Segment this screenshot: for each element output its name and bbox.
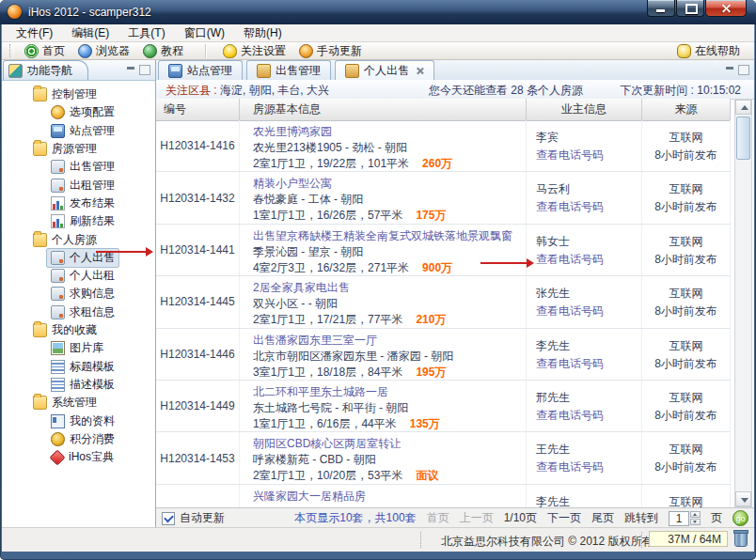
listing-address: 季景沁园 - 望京 - 朝阳 bbox=[253, 244, 526, 260]
table-row[interactable]: H120314-1449北二环和平里东土城路一居东土城路七号院 - 和平街 - … bbox=[156, 381, 731, 432]
sidebar-item[interactable]: 积分消费 bbox=[2, 430, 155, 448]
sidebar-item[interactable]: 出租管理 bbox=[2, 176, 155, 194]
scroll-up-button[interactable] bbox=[735, 100, 751, 115]
sidebar-item-inner: 标题模板 bbox=[46, 357, 119, 377]
spinner-down-button[interactable] bbox=[690, 519, 701, 525]
menu-tools[interactable]: 工具(T) bbox=[119, 25, 173, 41]
view-phone-link[interactable]: 查看电话号码 bbox=[536, 355, 641, 373]
source-name: 互联网 bbox=[642, 389, 730, 407]
listing-title-link[interactable]: 出售潘家园东里三室一厅 bbox=[253, 333, 526, 349]
menu-edit[interactable]: 编辑(E) bbox=[63, 25, 118, 41]
owner-name: 邢先生 bbox=[536, 389, 641, 407]
listing-title-link[interactable]: 农光里博鸿家园 bbox=[253, 124, 526, 140]
browser-icon bbox=[78, 44, 92, 58]
column-info[interactable]: 房源基本信息 bbox=[240, 99, 527, 120]
online-help-button[interactable]: 在线帮助 bbox=[670, 42, 747, 59]
sidebar-item[interactable]: 房源管理 bbox=[2, 140, 155, 158]
sidebar-item[interactable]: 选项配置 bbox=[2, 103, 155, 121]
table-row[interactable]: H120314-1441出售望京稀缺楼王精装全南复式双城铁落地景观飘窗季景沁园 … bbox=[156, 225, 731, 276]
sidebar-item[interactable]: 站点管理 bbox=[2, 122, 155, 140]
listing-title-link[interactable]: 精装小户型公寓 bbox=[253, 176, 526, 192]
manual-update-button[interactable]: 手动更新 bbox=[292, 42, 369, 59]
table-row[interactable]: H120314-1453朝阳区CBD核心区两居室转让呼家楼新苑 - CBD - … bbox=[156, 432, 731, 484]
panel-minimize-button[interactable] bbox=[126, 65, 135, 73]
vertical-scrollbar[interactable] bbox=[734, 99, 752, 507]
tab-close-icon[interactable] bbox=[416, 67, 424, 75]
home-button[interactable]: 首页 bbox=[18, 42, 71, 59]
view-phone-link[interactable]: 查看电话号码 bbox=[536, 251, 641, 269]
sidebar-item[interactable]: 系统管理 bbox=[2, 394, 155, 412]
jump-page-input[interactable]: 1 bbox=[669, 511, 689, 526]
sidebar-item[interactable]: 个人房源 bbox=[2, 230, 155, 248]
sidebar-item[interactable]: 控制管理 bbox=[2, 86, 155, 103]
table-row[interactable]: H120314-1446出售潘家园东里三室一厅北京市朝阳区潘家园东里 - 潘家园… bbox=[156, 329, 731, 381]
view-phone-link[interactable]: 查看电话号码 bbox=[536, 198, 641, 216]
sidebar-item-inner: 积分消费 bbox=[46, 429, 119, 449]
close-button[interactable] bbox=[705, 0, 747, 17]
column-source[interactable]: 来源 bbox=[642, 99, 731, 120]
panel-maximize-button[interactable] bbox=[139, 65, 150, 75]
sidebar-item[interactable]: 求租信息 bbox=[2, 303, 155, 321]
panel-minimize-button[interactable] bbox=[725, 65, 734, 73]
auto-update-checkbox[interactable] bbox=[162, 512, 175, 525]
prev-page-link[interactable]: 上一页 bbox=[460, 510, 494, 526]
column-id[interactable]: 编号 bbox=[156, 99, 240, 120]
sidebar-item[interactable]: 发布结果 bbox=[2, 194, 155, 212]
menu-file[interactable]: 文件(F) bbox=[8, 25, 61, 41]
owner-cell: 韩女士查看电话号码 bbox=[527, 225, 642, 275]
maximize-button[interactable] bbox=[676, 0, 704, 17]
spinner-up-button[interactable] bbox=[690, 511, 701, 518]
tab-sale-management[interactable]: 出售管理 bbox=[246, 60, 331, 80]
sidebar-item-label: 我的收藏 bbox=[52, 322, 97, 338]
table-row[interactable]: H120314-14452居全家具家电出售双兴小区 - - 朝阳2室1厅1卫，1… bbox=[156, 276, 731, 328]
source-cell: 互联网8小时前发布 bbox=[642, 276, 731, 327]
first-page-link[interactable]: 首页 bbox=[427, 510, 449, 526]
sidebar-item[interactable]: 描述模板 bbox=[2, 376, 155, 394]
table-row[interactable]: 兴隆家园大一居精品房李先生查看电话号码互联网 bbox=[156, 485, 731, 507]
scrollbar-thumb[interactable] bbox=[736, 117, 750, 160]
sidebar-item[interactable]: 刷新结果 bbox=[2, 212, 155, 230]
trash-icon[interactable] bbox=[734, 532, 748, 547]
view-phone-link[interactable]: 查看电话号码 bbox=[536, 407, 641, 425]
watch-settings-button[interactable]: 关注设置 bbox=[216, 42, 292, 59]
sidebar-item[interactable]: 我的收藏 bbox=[2, 321, 155, 339]
sidebar-item[interactable]: 个人出租 bbox=[2, 267, 155, 285]
table-row[interactable]: H120314-1432精装小户型公寓春悦豪庭 - 工体 - 朝阳1室1厅1卫，… bbox=[156, 172, 731, 224]
listing-title-link[interactable]: 北二环和平里东土城路一居 bbox=[253, 384, 526, 400]
memory-usage: 37M / 64M bbox=[649, 531, 728, 547]
minimize-button[interactable] bbox=[647, 0, 675, 17]
next-page-link[interactable]: 下一页 bbox=[547, 510, 581, 526]
column-owner[interactable]: 业主信息 bbox=[527, 99, 642, 120]
sidebar-item[interactable]: 出售管理 bbox=[2, 158, 155, 176]
go-button[interactable]: go bbox=[732, 510, 748, 526]
folder-icon bbox=[33, 323, 47, 337]
view-phone-link[interactable]: 查看电话号码 bbox=[536, 147, 641, 164]
listing-title-link[interactable]: 兴隆家园大一居精品房 bbox=[253, 489, 526, 505]
titlebar[interactable]: iHos 2012 - scamper312 bbox=[0, 0, 756, 24]
house-small bbox=[51, 287, 65, 301]
listing-title-link[interactable]: 2居全家具家电出售 bbox=[253, 280, 526, 296]
panel-maximize-button[interactable] bbox=[738, 65, 749, 75]
sidebar-item[interactable]: iHos宝典 bbox=[2, 448, 155, 466]
menu-window[interactable]: 窗口(W) bbox=[176, 25, 233, 41]
sidebar-item[interactable]: 求购信息 bbox=[2, 285, 155, 303]
listing-title-link[interactable]: 朝阳区CBD核心区两居室转让 bbox=[253, 436, 526, 452]
sidebar-item[interactable]: 图片库 bbox=[2, 339, 155, 357]
browser-button[interactable]: 浏览器 bbox=[71, 42, 136, 59]
sidebar-item[interactable]: 我的资料 bbox=[2, 412, 155, 429]
sidebar-title-tab[interactable]: 功能导航 bbox=[3, 60, 88, 80]
tab-site-management[interactable]: 站点管理 bbox=[158, 60, 243, 80]
sidebar-item[interactable]: 标题模板 bbox=[2, 357, 155, 375]
tutorial-button[interactable]: 教程 bbox=[136, 42, 190, 59]
table-row[interactable]: H120314-1416农光里博鸿家园农光里213楼1905 - 劲松 - 朝阳… bbox=[156, 120, 731, 172]
listing-title-link[interactable]: 出售望京稀缺楼王精装全南复式双城铁落地景观飘窗 bbox=[253, 228, 526, 244]
last-page-link[interactable]: 尾页 bbox=[591, 510, 614, 526]
menu-help[interactable]: 帮助(H) bbox=[235, 25, 291, 41]
house-small bbox=[51, 269, 65, 283]
view-phone-link[interactable]: 查看电话号码 bbox=[536, 303, 641, 320]
source-cell: 互联网8小时前发布 bbox=[642, 329, 731, 380]
view-phone-link[interactable]: 查看电话号码 bbox=[536, 459, 641, 476]
scroll-down-button[interactable] bbox=[735, 491, 751, 506]
tab-personal-sale[interactable]: 个人出售 bbox=[335, 60, 434, 80]
menubar: 文件(F) 编辑(E) 工具(T) 窗口(W) 帮助(H) bbox=[2, 24, 754, 42]
